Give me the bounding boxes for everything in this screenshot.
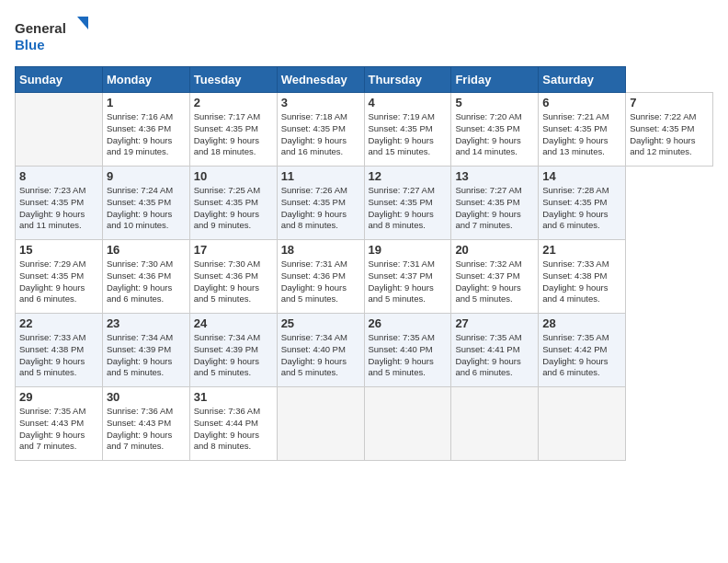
sunrise: Sunrise: 7:31 AM bbox=[369, 259, 435, 269]
sunset: Sunset: 4:36 PM bbox=[107, 123, 171, 133]
daylight: Daylight: 9 hours and 5 minutes. bbox=[19, 356, 85, 378]
sunset: Sunset: 4:35 PM bbox=[19, 270, 84, 281]
calendar-cell: 17 Sunrise: 7:30 AM Sunset: 4:36 PM Dayl… bbox=[189, 240, 277, 314]
daylight: Daylight: 9 hours and 4 minutes. bbox=[542, 282, 608, 304]
daylight: Daylight: 9 hours and 18 minutes. bbox=[194, 135, 259, 157]
sunset: Sunset: 4:44 PM bbox=[194, 418, 258, 428]
calendar-cell: 12 Sunrise: 7:27 AM Sunset: 4:35 PM Dayl… bbox=[364, 167, 451, 240]
calendar-cell bbox=[364, 387, 451, 461]
weekday-header-sunday: Sunday bbox=[16, 67, 103, 93]
weekday-header-monday: Monday bbox=[102, 67, 189, 93]
daylight: Daylight: 9 hours and 10 minutes. bbox=[107, 209, 172, 231]
sunset: Sunset: 4:35 PM bbox=[630, 123, 694, 133]
day-number: 2 bbox=[194, 96, 273, 109]
header-row: SundayMondayTuesdayWednesdayThursdayFrid… bbox=[16, 67, 713, 93]
calendar-cell: 23 Sunrise: 7:34 AM Sunset: 4:39 PM Dayl… bbox=[102, 314, 189, 387]
daylight: Daylight: 9 hours and 6 minutes. bbox=[455, 356, 520, 378]
sunset: Sunset: 4:35 PM bbox=[194, 197, 258, 207]
daylight: Daylight: 9 hours and 5 minutes. bbox=[281, 356, 347, 378]
calendar-cell: 4 Sunrise: 7:19 AM Sunset: 4:35 PM Dayli… bbox=[364, 93, 451, 167]
header: General Blue bbox=[15, 15, 713, 55]
day-number: 22 bbox=[19, 316, 98, 330]
day-number: 15 bbox=[19, 243, 98, 257]
day-number: 6 bbox=[542, 96, 621, 109]
sunrise: Sunrise: 7:34 AM bbox=[107, 332, 173, 342]
sunrise: Sunrise: 7:22 AM bbox=[630, 111, 696, 121]
daylight: Daylight: 9 hours and 14 minutes. bbox=[455, 135, 520, 157]
weekday-header-saturday: Saturday bbox=[539, 67, 626, 93]
sunset: Sunset: 4:35 PM bbox=[542, 197, 607, 207]
sunset: Sunset: 4:35 PM bbox=[107, 197, 171, 207]
day-number: 30 bbox=[107, 390, 186, 404]
daylight: Daylight: 9 hours and 9 minutes. bbox=[194, 209, 259, 231]
daylight: Daylight: 9 hours and 6 minutes. bbox=[542, 209, 608, 231]
day-number: 1 bbox=[107, 96, 186, 109]
calendar-cell: 6 Sunrise: 7:21 AM Sunset: 4:35 PM Dayli… bbox=[539, 93, 626, 167]
sunrise: Sunrise: 7:31 AM bbox=[281, 259, 347, 269]
calendar-cell: 20 Sunrise: 7:32 AM Sunset: 4:37 PM Dayl… bbox=[451, 240, 539, 314]
svg-marker-2 bbox=[77, 17, 88, 29]
sunrise: Sunrise: 7:30 AM bbox=[194, 259, 260, 269]
day-number: 10 bbox=[194, 169, 273, 183]
day-number: 18 bbox=[281, 243, 360, 257]
sunset: Sunset: 4:35 PM bbox=[455, 197, 519, 207]
sunrise: Sunrise: 7:35 AM bbox=[542, 332, 609, 342]
sunrise: Sunrise: 7:19 AM bbox=[369, 111, 435, 121]
weekday-header-thursday: Thursday bbox=[364, 67, 451, 93]
sunrise: Sunrise: 7:33 AM bbox=[19, 332, 85, 342]
sunset: Sunset: 4:35 PM bbox=[281, 123, 346, 133]
daylight: Daylight: 9 hours and 19 minutes. bbox=[107, 135, 172, 157]
day-number: 7 bbox=[630, 96, 709, 109]
daylight: Daylight: 9 hours and 5 minutes. bbox=[455, 282, 520, 304]
sunset: Sunset: 4:39 PM bbox=[107, 344, 171, 354]
sunset: Sunset: 4:43 PM bbox=[107, 418, 171, 428]
day-number: 5 bbox=[455, 96, 534, 109]
calendar-cell: 25 Sunrise: 7:34 AM Sunset: 4:40 PM Dayl… bbox=[277, 314, 364, 387]
week-row-2: 8 Sunrise: 7:23 AM Sunset: 4:35 PM Dayli… bbox=[16, 167, 713, 240]
calendar-cell: 1 Sunrise: 7:16 AM Sunset: 4:36 PM Dayli… bbox=[102, 93, 189, 167]
day-number: 20 bbox=[455, 243, 534, 257]
calendar-cell bbox=[451, 387, 539, 461]
daylight: Daylight: 9 hours and 16 minutes. bbox=[281, 135, 347, 157]
calendar-cell: 24 Sunrise: 7:34 AM Sunset: 4:39 PM Dayl… bbox=[189, 314, 277, 387]
day-number: 27 bbox=[455, 316, 534, 330]
calendar-cell bbox=[277, 387, 364, 461]
calendar-cell: 27 Sunrise: 7:35 AM Sunset: 4:41 PM Dayl… bbox=[451, 314, 539, 387]
calendar-cell: 9 Sunrise: 7:24 AM Sunset: 4:35 PM Dayli… bbox=[102, 167, 189, 240]
week-row-4: 22 Sunrise: 7:33 AM Sunset: 4:38 PM Dayl… bbox=[16, 314, 713, 387]
sunrise: Sunrise: 7:25 AM bbox=[194, 185, 260, 195]
calendar-cell: 28 Sunrise: 7:35 AM Sunset: 4:42 PM Dayl… bbox=[539, 314, 626, 387]
calendar-cell: 3 Sunrise: 7:18 AM Sunset: 4:35 PM Dayli… bbox=[277, 93, 364, 167]
day-number: 29 bbox=[19, 390, 98, 404]
daylight: Daylight: 9 hours and 5 minutes. bbox=[194, 282, 259, 304]
daylight: Daylight: 9 hours and 13 minutes. bbox=[542, 135, 608, 157]
sunset: Sunset: 4:37 PM bbox=[455, 270, 519, 281]
day-number: 8 bbox=[19, 169, 98, 183]
sunset: Sunset: 4:37 PM bbox=[369, 270, 433, 281]
sunrise: Sunrise: 7:21 AM bbox=[542, 111, 609, 121]
week-row-1: 1 Sunrise: 7:16 AM Sunset: 4:36 PM Dayli… bbox=[16, 93, 713, 167]
sunrise: Sunrise: 7:32 AM bbox=[455, 259, 521, 269]
day-number: 25 bbox=[281, 316, 360, 330]
calendar-table: SundayMondayTuesdayWednesdayThursdayFrid… bbox=[15, 66, 713, 461]
sunset: Sunset: 4:38 PM bbox=[19, 344, 84, 354]
calendar-cell: 22 Sunrise: 7:33 AM Sunset: 4:38 PM Dayl… bbox=[16, 314, 103, 387]
daylight: Daylight: 9 hours and 7 minutes. bbox=[455, 209, 520, 231]
daylight: Daylight: 9 hours and 6 minutes. bbox=[542, 356, 608, 378]
day-number: 23 bbox=[107, 316, 186, 330]
sunset: Sunset: 4:36 PM bbox=[107, 270, 171, 281]
calendar-cell: 21 Sunrise: 7:33 AM Sunset: 4:38 PM Dayl… bbox=[539, 240, 626, 314]
sunrise: Sunrise: 7:17 AM bbox=[194, 111, 260, 121]
sunrise: Sunrise: 7:23 AM bbox=[19, 185, 85, 195]
day-number: 13 bbox=[455, 169, 534, 183]
sunrise: Sunrise: 7:26 AM bbox=[281, 185, 347, 195]
sunrise: Sunrise: 7:34 AM bbox=[281, 332, 347, 342]
sunset: Sunset: 4:41 PM bbox=[455, 344, 519, 354]
calendar-cell: 30 Sunrise: 7:36 AM Sunset: 4:43 PM Dayl… bbox=[102, 387, 189, 461]
sunrise: Sunrise: 7:18 AM bbox=[281, 111, 347, 121]
calendar-cell: 19 Sunrise: 7:31 AM Sunset: 4:37 PM Dayl… bbox=[364, 240, 451, 314]
sunrise: Sunrise: 7:27 AM bbox=[369, 185, 435, 195]
daylight: Daylight: 9 hours and 15 minutes. bbox=[369, 135, 434, 157]
sunrise: Sunrise: 7:24 AM bbox=[107, 185, 173, 195]
sunset: Sunset: 4:40 PM bbox=[281, 344, 346, 354]
